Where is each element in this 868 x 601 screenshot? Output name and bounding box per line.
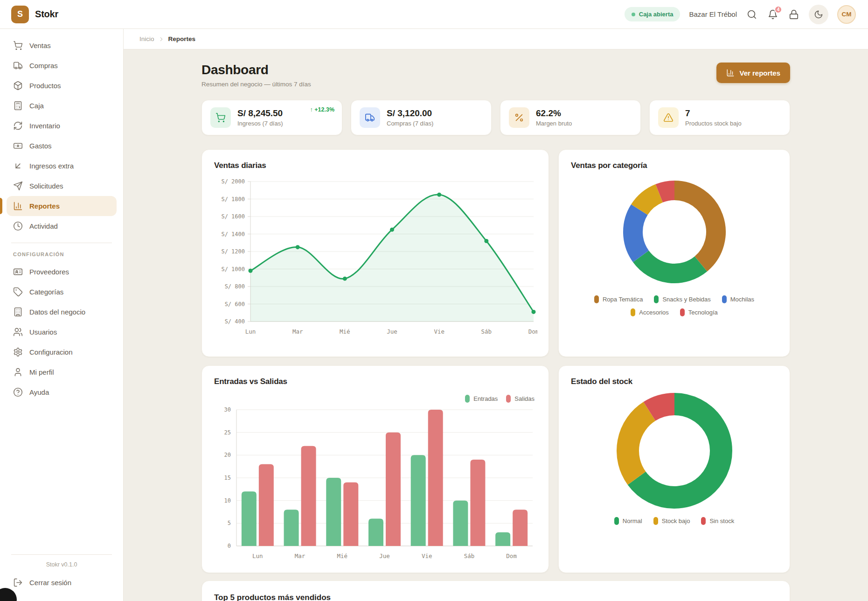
sidebar-item-reportes[interactable]: Reportes bbox=[7, 196, 117, 216]
stat-card-margen-bruto: 62.2%Margen bruto bbox=[500, 100, 641, 135]
package-icon bbox=[13, 81, 23, 91]
stat-value: 7 bbox=[685, 108, 742, 119]
stat-card-productos-stock-bajo: 7Productos stock bajo bbox=[649, 100, 790, 135]
legend-marker-icon bbox=[653, 517, 658, 525]
legend-label: Snacks y Bebidas bbox=[662, 296, 710, 303]
sidebar-item-label: Categorías bbox=[29, 288, 63, 296]
sidebar-item-ventas[interactable]: Ventas bbox=[7, 35, 117, 56]
avatar-initials: CM bbox=[842, 11, 852, 18]
logout-icon bbox=[13, 578, 23, 587]
sidebar-item-label: Compras bbox=[29, 62, 58, 70]
sidebar-item-compras[interactable]: Compras bbox=[7, 56, 117, 76]
avatar[interactable]: CM bbox=[837, 5, 856, 24]
legend-item-accesorios[interactable]: Accesorios bbox=[631, 308, 669, 316]
legend-marker-icon bbox=[465, 395, 470, 403]
sidebar-item-label: Solicitudes bbox=[29, 182, 63, 190]
chart-title-ventas-diarias: Ventas diarias bbox=[214, 161, 536, 170]
svg-text:Vie: Vie bbox=[434, 328, 444, 335]
legend-item-salidas[interactable]: Salidas bbox=[506, 395, 535, 403]
sidebar-item-label: Ingresos extra bbox=[29, 162, 74, 170]
entradas-salidas-chart: 051015202530LunMarMiéJueVieSábDom bbox=[214, 391, 537, 565]
svg-text:S/ 800: S/ 800 bbox=[225, 283, 245, 290]
svg-text:0: 0 bbox=[228, 543, 231, 549]
svg-text:Dom: Dom bbox=[506, 552, 517, 559]
sidebar-item-categorias[interactable]: Categorías bbox=[7, 282, 117, 302]
sidebar-item-mi-perfil[interactable]: Mi perfil bbox=[7, 362, 117, 382]
legend-item-normal[interactable]: Normal bbox=[614, 517, 642, 525]
ver-reportes-label: Ver reportes bbox=[739, 69, 780, 77]
sidebar-item-datos-del-negocio[interactable]: Datos del negocio bbox=[7, 302, 117, 322]
legend-marker-icon bbox=[680, 308, 685, 316]
warning-icon bbox=[658, 107, 679, 128]
sidebar-item-usuarios[interactable]: Usuarios bbox=[7, 322, 117, 342]
legend-item-stock-bajo[interactable]: Stock bajo bbox=[653, 517, 690, 525]
topbar-actions: Caja abierta Bazar El Trébol 4 CM bbox=[625, 5, 856, 24]
sidebar-item-productos[interactable]: Productos bbox=[7, 76, 117, 96]
search-button[interactable] bbox=[746, 8, 758, 21]
chart-title-ventas-categoria: Ventas por categoría bbox=[571, 161, 647, 170]
app-logo-icon: S bbox=[11, 6, 29, 23]
ventas-categoria-legend: Ropa TemáticaSnacks y BebidasMochilasAcc… bbox=[576, 295, 772, 316]
legend-item-mochilas[interactable]: Mochilas bbox=[722, 295, 754, 303]
svg-text:Lun: Lun bbox=[252, 552, 263, 559]
stat-label: Productos stock bajo bbox=[685, 120, 742, 127]
sidebar-item-proveedores[interactable]: Proveedores bbox=[7, 262, 117, 282]
sidebar-bottom-divider bbox=[11, 554, 112, 555]
notifications-button[interactable]: 4 bbox=[767, 8, 779, 21]
sidebar-config-nav: ProveedoresCategoríasDatos del negocioUs… bbox=[7, 262, 117, 402]
svg-text:Mar: Mar bbox=[292, 328, 303, 335]
svg-text:15: 15 bbox=[224, 475, 231, 481]
legend-item-entradas[interactable]: Entradas bbox=[465, 395, 498, 403]
svg-text:Sáb: Sáb bbox=[464, 552, 475, 559]
sidebar-item-label: Gastos bbox=[29, 142, 52, 150]
legend-item-snacks-y-bebidas[interactable]: Snacks y Bebidas bbox=[654, 295, 710, 303]
sidebar-item-caja[interactable]: Caja bbox=[7, 96, 117, 116]
id-card-icon bbox=[13, 267, 23, 277]
bar-chart-icon bbox=[726, 69, 735, 77]
ventas-categoria-chart bbox=[618, 176, 730, 288]
stat-label: Ingresos (7 días) bbox=[237, 120, 283, 127]
sidebar-item-inventario[interactable]: Inventario bbox=[7, 116, 117, 136]
svg-text:20: 20 bbox=[224, 452, 231, 458]
app-brand[interactable]: S Stokr bbox=[11, 6, 58, 23]
sidebar-item-actividad[interactable]: Actividad bbox=[7, 216, 117, 236]
sidebar-main-nav: VentasComprasProductosCajaInventarioGast… bbox=[7, 35, 117, 236]
stats-row: S/ 8,245.50Ingresos (7 días)↑ +12.3%S/ 3… bbox=[201, 100, 790, 135]
breadcrumb: Inicio Reportes bbox=[124, 29, 868, 49]
sidebar-item-solicitudes[interactable]: Solicitudes bbox=[7, 176, 117, 196]
sidebar-item-ayuda[interactable]: Ayuda bbox=[7, 382, 117, 402]
breadcrumb-home-link[interactable]: Inicio bbox=[139, 35, 154, 42]
sidebar-item-configuracion[interactable]: Configuracion bbox=[7, 342, 117, 362]
sidebar-item-gastos[interactable]: Gastos bbox=[7, 136, 117, 156]
sidebar-item-label: Inventario bbox=[29, 122, 60, 130]
sidebar-divider bbox=[11, 243, 112, 243]
logout-button[interactable]: Cerrar sesión bbox=[7, 573, 117, 593]
legend-label: Accesorios bbox=[639, 309, 669, 316]
help-icon bbox=[13, 387, 23, 397]
legend-label: Tecnología bbox=[688, 309, 718, 316]
ver-reportes-button[interactable]: Ver reportes bbox=[716, 63, 790, 83]
legend-label: Salidas bbox=[514, 395, 535, 402]
top-header: S Stokr Caja abierta Bazar El Trébol 4 C… bbox=[0, 0, 868, 29]
sidebar-bottom: Stokr v0.1.0 Cerrar sesión bbox=[7, 548, 117, 593]
estado-stock-legend: NormalStock bajoSin stock bbox=[614, 517, 734, 525]
sidebar-item-label: Usuarios bbox=[29, 328, 57, 336]
svg-text:Vie: Vie bbox=[422, 552, 432, 559]
svg-text:S/ 2000: S/ 2000 bbox=[221, 178, 245, 185]
sidebar-item-label: Actividad bbox=[29, 222, 58, 230]
legend-item-sin-stock[interactable]: Sin stock bbox=[701, 517, 734, 525]
stat-label: Margen bruto bbox=[536, 120, 572, 127]
top-productos-card: Top 5 productos más vendidos bbox=[201, 580, 790, 601]
sidebar-section-label: CONFIGURACIÓN bbox=[13, 252, 110, 257]
sidebar-item-label: Productos bbox=[29, 82, 61, 90]
legend-item-ropa-tematica[interactable]: Ropa Temática bbox=[594, 295, 643, 303]
lock-button[interactable] bbox=[788, 8, 800, 21]
svg-text:30: 30 bbox=[224, 406, 231, 413]
cart-icon bbox=[210, 107, 231, 128]
entradas-salidas-card: Entradas vs Salidas EntradasSalidas 0510… bbox=[201, 365, 549, 573]
sidebar-item-ingresos-extra[interactable]: Ingresos extra bbox=[7, 156, 117, 176]
legend-item-tecnologia[interactable]: Tecnología bbox=[680, 308, 718, 316]
estado-stock-card: Estado del stock NormalStock bajoSin sto… bbox=[558, 365, 790, 573]
dark-mode-toggle[interactable] bbox=[809, 5, 828, 24]
legend-label: Mochilas bbox=[730, 296, 754, 303]
